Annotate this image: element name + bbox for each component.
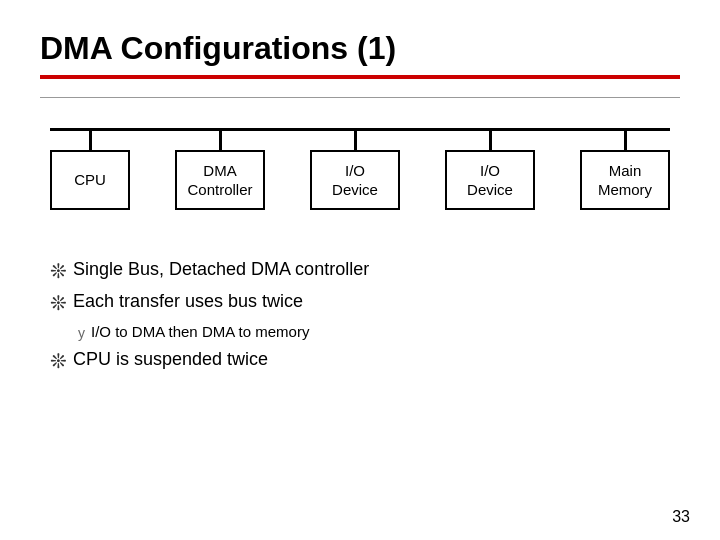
- io1-connector: [354, 128, 357, 150]
- boxes-container: CPU DMAController I/ODevice: [40, 128, 680, 210]
- sub-bullet-text: I/O to DMA then DMA to memory: [91, 322, 309, 342]
- dma-connector: [219, 128, 222, 150]
- cpu-label: CPU: [74, 170, 106, 190]
- sub-bullet-symbol: y: [78, 324, 85, 342]
- io2-connector: [489, 128, 492, 150]
- io1-wrapper: I/ODevice: [310, 128, 400, 210]
- io2-box: I/ODevice: [445, 150, 535, 210]
- bullet-2: ❊ Each transfer uses bus twice: [50, 290, 680, 316]
- io2-label: I/ODevice: [467, 161, 513, 200]
- bullet-3-symbol: ❊: [50, 348, 67, 374]
- bus-diagram: CPU DMAController I/ODevice: [40, 128, 680, 238]
- main-label: MainMemory: [598, 161, 652, 200]
- bullet-1: ❊ Single Bus, Detached DMA controller: [50, 258, 680, 284]
- io2-wrapper: I/ODevice: [445, 128, 535, 210]
- bullets-section: ❊ Single Bus, Detached DMA controller ❊ …: [40, 258, 680, 374]
- bullet-3-text: CPU is suspended twice: [73, 348, 268, 371]
- bullet-3: ❊ CPU is suspended twice: [50, 348, 680, 374]
- io1-label: I/ODevice: [332, 161, 378, 200]
- main-connector: [624, 128, 627, 150]
- red-divider: [40, 75, 680, 79]
- cpu-box: CPU: [50, 150, 130, 210]
- dma-box: DMAController: [175, 150, 265, 210]
- page-number: 33: [672, 508, 690, 526]
- main-wrapper: MainMemory: [580, 128, 670, 210]
- main-box: MainMemory: [580, 150, 670, 210]
- slide-title: DMA Configurations (1): [40, 30, 680, 67]
- gray-divider: [40, 97, 680, 98]
- io1-box: I/ODevice: [310, 150, 400, 210]
- slide: DMA Configurations (1) CPU DMAController: [0, 0, 720, 540]
- bullet-1-symbol: ❊: [50, 258, 67, 284]
- cpu-connector: [89, 128, 92, 150]
- sub-bullet: y I/O to DMA then DMA to memory: [50, 322, 680, 342]
- dma-wrapper: DMAController: [175, 128, 265, 210]
- bullet-2-text: Each transfer uses bus twice: [73, 290, 303, 313]
- bullet-2-symbol: ❊: [50, 290, 67, 316]
- dma-label: DMAController: [187, 161, 252, 200]
- bullet-1-text: Single Bus, Detached DMA controller: [73, 258, 369, 281]
- cpu-wrapper: CPU: [50, 128, 130, 210]
